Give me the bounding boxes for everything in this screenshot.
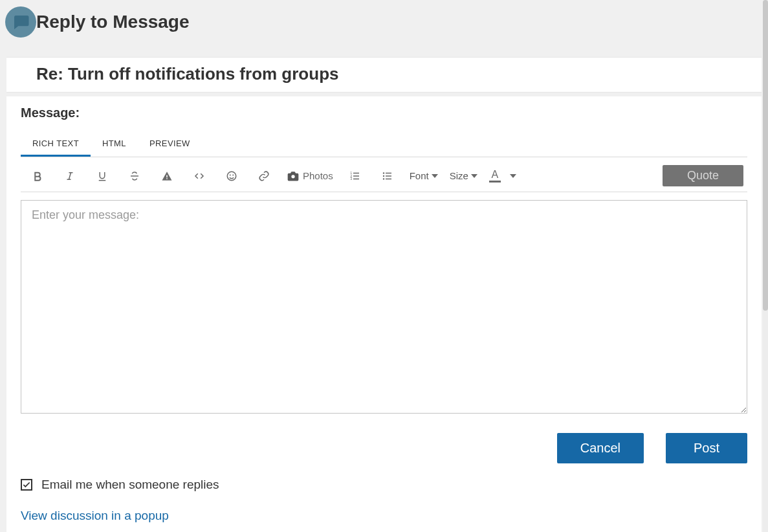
text-color-caret[interactable] [507, 174, 516, 178]
ordered-list-button[interactable]: 123 [345, 166, 366, 186]
check-icon [22, 480, 31, 489]
bold-button[interactable] [27, 166, 48, 186]
photos-button[interactable]: Photos [286, 170, 333, 183]
link-button[interactable] [254, 166, 274, 186]
message-textarea[interactable] [21, 200, 747, 414]
scrollbar-track[interactable] [763, 0, 768, 532]
reply-header-icon [5, 6, 36, 38]
svg-point-6 [291, 175, 294, 178]
svg-rect-1 [166, 175, 168, 177]
photos-label: Photos [303, 170, 333, 181]
strikethrough-button[interactable] [124, 166, 145, 186]
font-dropdown[interactable]: Font [410, 170, 438, 181]
emoji-button[interactable] [221, 166, 242, 186]
chevron-down-icon [510, 174, 516, 178]
tab-rich-text[interactable]: RICH TEXT [21, 132, 91, 157]
svg-point-5 [232, 174, 234, 175]
tab-html[interactable]: HTML [91, 132, 138, 157]
svg-point-3 [227, 172, 236, 181]
size-dropdown[interactable]: Size [450, 170, 477, 181]
text-color-dropdown[interactable]: A [489, 170, 501, 183]
email-reply-label: Email me when someone replies [41, 478, 219, 492]
editor-toolbar: Photos 123 Font Size A Quote [21, 157, 747, 192]
message-label: Message: [21, 105, 747, 120]
camera-icon [286, 170, 300, 183]
italic-button[interactable] [60, 166, 80, 186]
chevron-down-icon [471, 174, 477, 178]
email-reply-checkbox[interactable] [21, 479, 32, 491]
svg-point-4 [230, 174, 231, 175]
spoiler-button[interactable] [157, 166, 177, 186]
svg-text:3: 3 [350, 177, 352, 181]
unordered-list-button[interactable] [377, 166, 398, 186]
svg-point-11 [383, 175, 384, 176]
text-color-icon: A [489, 170, 501, 183]
underline-button[interactable] [92, 166, 113, 186]
svg-point-12 [383, 178, 384, 179]
subject-line: Re: Turn off notifications from groups [36, 64, 732, 84]
editor-tabs: RICH TEXT HTML PREVIEW [21, 132, 747, 157]
post-button[interactable]: Post [666, 433, 747, 463]
tab-preview[interactable]: PREVIEW [138, 132, 202, 157]
code-button[interactable] [189, 166, 210, 186]
quote-button[interactable]: Quote [663, 165, 743, 186]
cancel-button[interactable]: Cancel [557, 433, 644, 463]
svg-point-10 [383, 172, 384, 173]
page-title: Reply to Message [36, 12, 190, 32]
chevron-down-icon [432, 174, 438, 178]
svg-rect-2 [166, 178, 168, 179]
view-discussion-popup-link[interactable]: View discussion in a popup [21, 509, 169, 523]
scrollbar-thumb[interactable] [763, 0, 768, 311]
